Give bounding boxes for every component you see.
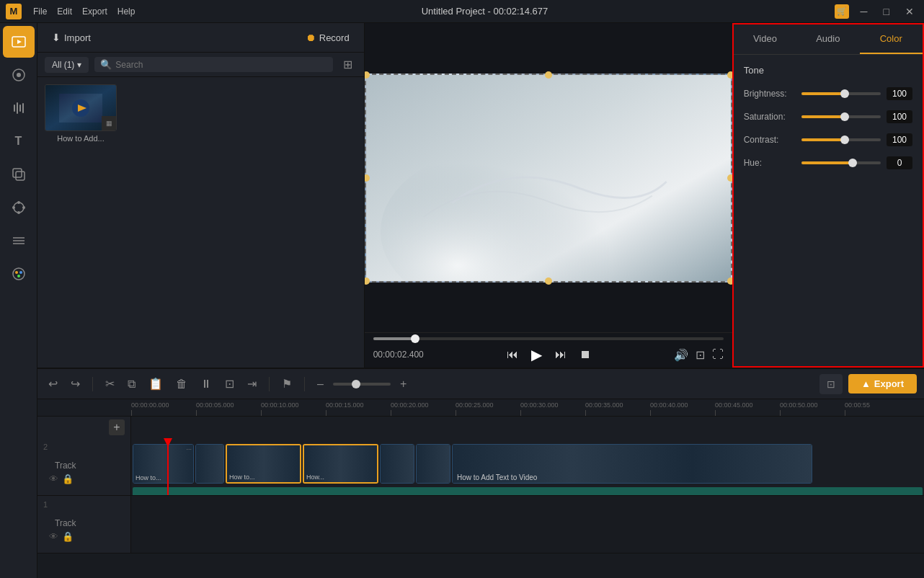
split-button[interactable]: ⏸	[197, 375, 216, 393]
marker-button[interactable]: ⚑	[278, 375, 296, 393]
redo-button[interactable]: ↪	[67, 375, 84, 393]
corner-handle-br[interactable]	[727, 277, 732, 285]
zoom-thumb[interactable]	[352, 380, 360, 388]
search-box[interactable]: 🔍	[94, 57, 332, 72]
volume-icon[interactable]: 🔊	[674, 348, 688, 362]
step-back-button[interactable]: ⏮	[507, 348, 518, 361]
eye-icon[interactable]: 👁	[49, 473, 58, 484]
corner-handle-mr[interactable]	[727, 174, 732, 182]
track-1-header: 1 Track 👁 🔒	[37, 496, 131, 553]
saturation-thumb[interactable]	[840, 112, 849, 121]
menu-edit[interactable]: Edit	[57, 6, 72, 17]
brightness-row: Brightness: 100	[744, 87, 912, 100]
list-item[interactable]	[380, 444, 414, 484]
hue-slider[interactable]	[801, 161, 881, 164]
list-item[interactable]: How to... ···	[133, 444, 194, 484]
contrast-thumb[interactable]	[840, 135, 849, 144]
maximize-button[interactable]: □	[879, 4, 894, 19]
list-item[interactable]: ▦ How to Add...	[45, 84, 117, 143]
svg-point-10	[14, 203, 24, 213]
undo-button[interactable]: ↩	[45, 375, 61, 393]
screenshot-icon[interactable]: ⊡	[696, 348, 705, 362]
contrast-fill	[801, 138, 845, 141]
menu-export[interactable]: Export	[82, 6, 107, 17]
ruler-mark-5: 00:00:25.000	[456, 401, 520, 416]
import-icon: ⬇	[52, 32, 61, 43]
eye-icon[interactable]: 👁	[49, 531, 58, 542]
minimize-button[interactable]: ─	[856, 4, 872, 19]
export-icon: ▲	[861, 378, 871, 389]
snapshot-button[interactable]: ⊡	[819, 374, 843, 394]
corner-handle-bl[interactable]	[365, 277, 370, 285]
step-forward-button[interactable]: ⏭	[555, 348, 567, 361]
progress-bar[interactable]	[373, 337, 724, 340]
import-button[interactable]: ⬇ Import	[45, 29, 98, 46]
sidebar-item-audio[interactable]	[3, 92, 35, 124]
corner-handle-tl[interactable]	[365, 71, 370, 79]
brightness-thumb[interactable]	[840, 89, 849, 98]
fullscreen-icon[interactable]: ⛶	[712, 348, 724, 361]
track-1-label: Track	[55, 518, 76, 528]
play-button[interactable]: ▶	[531, 346, 542, 363]
media-thumbnail: ▦	[45, 84, 117, 131]
hue-thumb[interactable]	[848, 159, 857, 167]
grid-view-button[interactable]: ⊞	[339, 56, 357, 73]
left-sidebar: T	[0, 23, 37, 578]
sidebar-item-elements[interactable]	[3, 192, 35, 223]
contrast-slider[interactable]	[801, 138, 881, 141]
tab-color[interactable]: Color	[860, 25, 923, 54]
lock-icon[interactable]: 🔒	[62, 473, 74, 484]
list-item[interactable]: How to...	[226, 444, 301, 484]
zoom-slider[interactable]	[333, 383, 391, 386]
sidebar-item-effects[interactable]	[3, 59, 35, 91]
lock-icon[interactable]: 🔒	[62, 531, 74, 542]
zoom-control	[333, 383, 391, 386]
list-item[interactable]	[416, 444, 450, 484]
ruler-mark-1: 00:00:05.000	[196, 401, 261, 416]
corner-handle-tr[interactable]	[727, 71, 732, 79]
filter-dropdown[interactable]: All (1) ▾	[45, 57, 89, 73]
cart-icon[interactable]: 🛒	[835, 4, 849, 19]
copy-button[interactable]: ⧉	[124, 375, 139, 393]
corner-handle-bm[interactable]	[545, 277, 552, 285]
svg-rect-5	[17, 102, 18, 114]
hue-label: Hue:	[744, 158, 796, 168]
menu-help[interactable]: Help	[117, 6, 136, 17]
chevron-down-icon: ▾	[77, 60, 81, 70]
playback-controls: 00:00:02.400 ⏮ ▶ ⏭ ⏹ 🔊 ⊡ ⛶	[373, 346, 724, 363]
corner-handle-tm[interactable]	[545, 71, 552, 79]
export-button[interactable]: ▲ Export	[848, 374, 917, 394]
cut-button[interactable]: ✂	[102, 375, 118, 393]
search-input[interactable]	[115, 60, 326, 70]
stop-button[interactable]: ⏹	[579, 348, 591, 361]
zoom-in-button[interactable]: +	[396, 375, 410, 393]
sidebar-item-media[interactable]	[3, 26, 35, 58]
ruler-marks: 00:00:00.000 00:00:05.000 00:00:10.000 0…	[131, 401, 910, 416]
list-item[interactable]: How to Add Text to Video	[452, 444, 812, 484]
ruler-mark-4: 00:00:20.000	[391, 401, 456, 416]
record-button[interactable]: ⏺ Record	[298, 29, 357, 46]
progress-handle[interactable]	[411, 334, 419, 343]
track-1-body	[131, 496, 924, 553]
crop-button[interactable]: ⊡	[221, 375, 238, 393]
sidebar-item-color[interactable]	[3, 258, 35, 290]
close-button[interactable]: ✕	[901, 4, 918, 19]
list-item[interactable]: How...	[303, 444, 378, 484]
sidebar-item-text[interactable]: T	[3, 125, 35, 157]
current-time: 00:00:02.400	[373, 350, 424, 360]
add-track-button[interactable]: +	[109, 419, 125, 435]
speed-button[interactable]: ⇥	[244, 375, 260, 393]
paste-button[interactable]: 📋	[145, 375, 166, 393]
svg-point-12	[17, 211, 20, 214]
tab-audio[interactable]: Audio	[796, 25, 859, 54]
brightness-value: 100	[887, 87, 912, 100]
tab-video[interactable]: Video	[734, 25, 796, 54]
saturation-slider[interactable]	[801, 115, 881, 118]
delete-button[interactable]: 🗑	[172, 375, 191, 393]
menu-file[interactable]: File	[33, 6, 47, 17]
list-item[interactable]	[195, 444, 224, 484]
brightness-slider[interactable]	[801, 92, 881, 95]
sidebar-item-layers[interactable]	[3, 225, 35, 257]
zoom-out-button[interactable]: –	[314, 375, 327, 393]
sidebar-item-overlay[interactable]	[3, 159, 35, 190]
